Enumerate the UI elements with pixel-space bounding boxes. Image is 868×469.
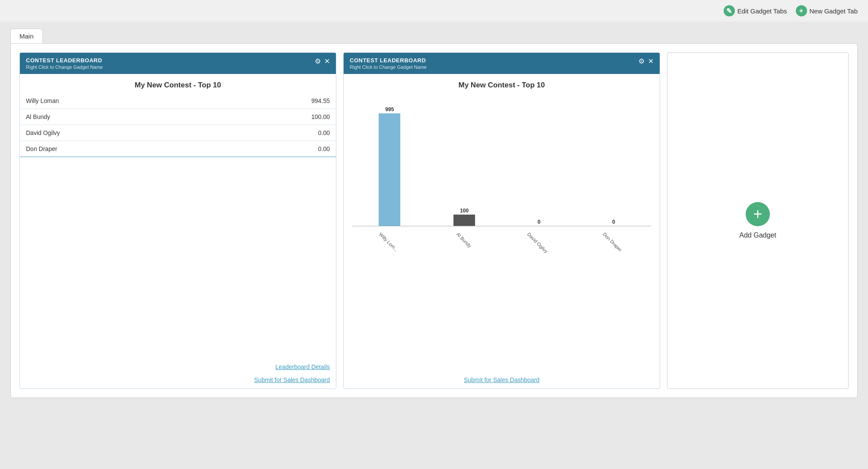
- gadget-list-footer: Leaderboard Details Submit for Sales Das…: [20, 157, 336, 389]
- bar-group: 100: [427, 208, 502, 226]
- bar-label: Willy Lom...: [352, 226, 427, 237]
- gadget-chart-body: My New Contest - Top 10 99510000 Willy L…: [344, 74, 660, 389]
- bar-group: 0: [576, 219, 651, 226]
- add-gadget-label: Add Gadget: [739, 231, 776, 239]
- bar-rect: [453, 215, 475, 226]
- row-value: 100.00: [210, 109, 336, 125]
- gadget-list-header: CONTEST LEADERBOARD Right Click to Chang…: [20, 53, 336, 74]
- leaderboard-details-link[interactable]: Leaderboard Details: [275, 363, 330, 370]
- gadget-chart-contest-title: My New Contest - Top 10: [344, 74, 660, 93]
- bar-labels: Willy Lom...Al BundyDavid OgilvyDon Drap…: [352, 226, 651, 237]
- bar-group: 0: [502, 219, 577, 226]
- bar-group: 995: [352, 106, 427, 226]
- add-gadget-icon: +: [746, 202, 770, 226]
- gadget-list: CONTEST LEADERBOARD Right Click to Chang…: [19, 52, 336, 389]
- bar-value-label: 100: [460, 208, 469, 214]
- bar-rect: [379, 113, 400, 226]
- edit-gadget-tabs-button[interactable]: ✎ Edit Gadget Tabs: [724, 5, 787, 16]
- table-row: Al Bundy100.00: [20, 109, 336, 125]
- row-value: 0.00: [210, 141, 336, 157]
- bar-value-label: 995: [385, 106, 394, 112]
- gadget-list-title: CONTEST LEADERBOARD: [26, 57, 103, 64]
- gadget-chart-header: CONTEST LEADERBOARD Right Click to Chang…: [344, 53, 660, 74]
- gadget-chart-footer: Submit for Sales Dashboard: [344, 238, 660, 389]
- gadget-chart-close-icon[interactable]: ✕: [648, 57, 654, 65]
- top-bar: ✎ Edit Gadget Tabs + New Gadget Tab: [0, 0, 868, 22]
- dashboard-area: CONTEST LEADERBOARD Right Click to Chang…: [10, 43, 858, 398]
- new-gadget-tab-icon: +: [796, 5, 807, 16]
- tab-bar: Main: [10, 29, 858, 43]
- gadget-list-submit-link[interactable]: Submit for Sales Dashboard: [254, 376, 330, 383]
- add-gadget-panel[interactable]: + Add Gadget: [667, 52, 849, 389]
- table-row: Willy Loman994.55: [20, 93, 336, 109]
- bar-value-label: 0: [612, 219, 615, 225]
- row-value: 994.55: [210, 93, 336, 109]
- row-name: Al Bundy: [20, 109, 210, 125]
- row-value: 0.00: [210, 125, 336, 141]
- bar-label: David Ogilvy: [502, 226, 577, 237]
- bar-label: Al Bundy: [427, 226, 502, 237]
- bar-chart: 99510000 Willy Lom...Al BundyDavid Ogilv…: [352, 98, 651, 237]
- gadget-list-body: My New Contest - Top 10 Willy Loman994.5…: [20, 74, 336, 389]
- edit-gadget-tabs-label: Edit Gadget Tabs: [737, 7, 787, 15]
- main-content: Main CONTEST LEADERBOARD Right Click to …: [0, 22, 868, 408]
- gadget-chart-submit-link[interactable]: Submit for Sales Dashboard: [464, 376, 539, 383]
- row-name: Don Draper: [20, 141, 210, 157]
- gadget-list-contest-title: My New Contest - Top 10: [20, 74, 336, 93]
- bars-area: 99510000: [352, 98, 651, 226]
- new-gadget-tab-label: New Gadget Tab: [810, 7, 858, 15]
- gadget-list-subtitle: Right Click to Change Gadget Name: [26, 64, 103, 70]
- tab-main[interactable]: Main: [10, 29, 43, 43]
- edit-gadget-tabs-icon: ✎: [724, 5, 735, 16]
- gadget-list-close-icon[interactable]: ✕: [324, 57, 330, 65]
- leaderboard-table: Willy Loman994.55Al Bundy100.00David Ogi…: [20, 93, 336, 157]
- row-name: David Ogilvy: [20, 125, 210, 141]
- row-name: Willy Loman: [20, 93, 210, 109]
- gadget-chart-actions: ⚙ ✕: [638, 57, 654, 65]
- gadget-list-settings-icon[interactable]: ⚙: [315, 57, 321, 65]
- bar-label: Don Draper: [576, 226, 651, 237]
- gadget-chart-subtitle: Right Click to Change Gadget Name: [350, 64, 427, 70]
- gadget-chart-settings-icon[interactable]: ⚙: [638, 57, 645, 65]
- table-row: Don Draper0.00: [20, 141, 336, 157]
- table-row: David Ogilvy0.00: [20, 125, 336, 141]
- gadget-list-actions: ⚙ ✕: [315, 57, 330, 65]
- chart-container: 99510000 Willy Lom...Al BundyDavid Ogilv…: [344, 93, 660, 238]
- bar-value-label: 0: [538, 219, 541, 225]
- new-gadget-tab-button[interactable]: + New Gadget Tab: [796, 5, 858, 16]
- gadget-chart: CONTEST LEADERBOARD Right Click to Chang…: [343, 52, 660, 389]
- gadget-chart-title: CONTEST LEADERBOARD: [350, 57, 427, 64]
